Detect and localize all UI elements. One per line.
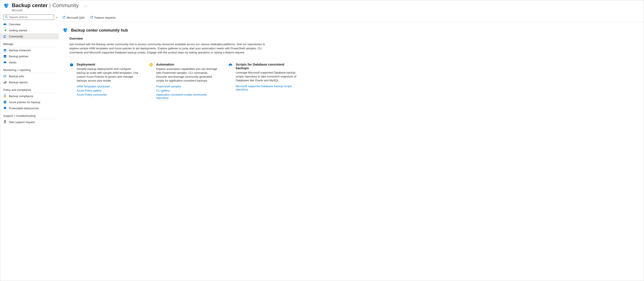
sidebar-item-protectable-datasources[interactable]: Protectable datasources [0, 105, 58, 111]
main-content: Microsoft Q&AFeature requests Backup cen… [58, 13, 644, 281]
svg-point-3 [5, 16, 7, 18]
shield-gear-icon [3, 100, 7, 104]
sidebar-item-label: Backup policies [9, 55, 28, 58]
svg-rect-14 [4, 56, 4, 57]
card-links: ARM Templates QuickstartAzure Policy gal… [77, 85, 138, 96]
sidebar-item-vaults[interactable]: Vaults [0, 59, 58, 65]
command-label: Microsoft Q&A [67, 16, 85, 19]
people-icon [3, 35, 7, 38]
sidebar-search-box[interactable] [3, 15, 54, 20]
rocket-icon [3, 29, 7, 32]
sidebar-item-backup-instances[interactable]: Backup instances [0, 47, 58, 53]
sidebar-item-label: Community [9, 35, 23, 38]
svg-point-32 [150, 64, 152, 65]
card-link[interactable]: Azure Policy community [77, 93, 138, 96]
svg-point-27 [4, 121, 6, 122]
card-description: Explore automation capabilities you can … [156, 67, 218, 83]
card-links: Powershell samplesCLI galleryApplication… [156, 85, 218, 100]
page-title-sub: Community [52, 3, 79, 9]
svg-point-30 [64, 30, 66, 32]
collapse-sidebar-button[interactable]: « [56, 16, 56, 19]
svg-point-7 [5, 35, 6, 36]
external-link-icon [62, 16, 66, 20]
svg-rect-13 [4, 55, 6, 56]
page-title-main: Backup center [12, 3, 48, 9]
svg-rect-16 [6, 56, 6, 57]
community-hub-icon [62, 27, 68, 34]
svg-point-37 [230, 65, 231, 66]
sidebar-item-backup-jobs[interactable]: Backup jobs [0, 73, 58, 79]
card-title: Deployment [77, 63, 138, 66]
search-input[interactable] [9, 16, 52, 19]
overview-heading: Overview [69, 37, 266, 40]
server-icon [3, 49, 7, 52]
cloud-sync-icon [3, 23, 7, 26]
page-title-separator: | [49, 3, 50, 9]
sidebar: « OverviewGetting startedCommunity Manag… [0, 13, 58, 281]
sidebar-item-label: Backup compliance [9, 95, 33, 98]
card-title: Automation [156, 63, 218, 66]
command-label: Feature requests [94, 16, 116, 19]
card-link[interactable]: CLI gallery [156, 89, 218, 92]
datasource-icon [3, 106, 7, 110]
sidebar-item-backup-policies[interactable]: Backup policies [0, 53, 58, 59]
svg-line-4 [7, 18, 8, 18]
sidebar-item-backup-reports[interactable]: Backup reports [0, 79, 58, 85]
sidebar-section-label: Policy and compliance [0, 85, 58, 92]
sidebar-item-label: Backup reports [9, 81, 28, 84]
sidebar-item-backup-compliance[interactable]: Backup compliance [0, 93, 58, 99]
sidebar-item-getting-started[interactable]: Getting started [0, 27, 58, 33]
card-link[interactable]: Microsoft supported Database backup scri… [236, 85, 298, 91]
command-bar: Microsoft Q&AFeature requests [58, 13, 644, 22]
sidebar-item-azure-policies-backup[interactable]: Azure policies for backup [0, 99, 58, 105]
svg-rect-21 [5, 82, 6, 84]
card-description: Simplify backup deployments and configur… [77, 67, 138, 83]
cube-icon [69, 63, 74, 68]
command-feature-requests[interactable]: Feature requests [90, 16, 116, 20]
sidebar-item-label: Backup jobs [9, 75, 24, 78]
svg-point-2 [5, 5, 8, 8]
card-automation: AutomationExplore automation capabilitie… [149, 63, 218, 100]
svg-rect-15 [5, 56, 5, 57]
list-check-icon [3, 74, 7, 78]
service-label: Microsoft [12, 9, 87, 12]
calendar-icon [3, 55, 7, 58]
card-link[interactable]: ARM Templates Quickstart [77, 85, 138, 88]
card-link[interactable]: Powershell samples [156, 85, 218, 88]
card-links: Microsoft supported Database backup scri… [236, 85, 298, 91]
card-link[interactable]: Azure Policy gallery [77, 89, 138, 92]
svg-point-24 [5, 96, 6, 98]
card-deployment: DeploymentSimplify backup deployments an… [69, 63, 138, 97]
svg-rect-36 [152, 65, 153, 65]
sidebar-item-label: Azure policies for backup [9, 101, 40, 104]
search-icon [5, 15, 8, 19]
bar-chart-icon [3, 81, 7, 84]
more-actions-button[interactable]: ··· [84, 4, 87, 8]
card-link[interactable]: Application consistent scripts community… [156, 93, 218, 100]
external-link-icon [90, 16, 93, 20]
svg-point-10 [4, 49, 4, 50]
svg-point-26 [4, 107, 6, 108]
hub-title: Backup center community hub [71, 28, 128, 33]
command-microsoft-qa[interactable]: Microsoft Q&A [62, 16, 85, 20]
card-description: Leverage Microsoft supported Database ba… [236, 71, 298, 83]
compliance-doc-icon [3, 94, 7, 98]
overview-text: Get involved with the Backup center comm… [69, 42, 266, 55]
cloud-vault-icon [3, 61, 7, 64]
sidebar-item-label: New support request [9, 121, 35, 124]
card-scripts-db: Scripts for Database consistent backupsL… [228, 63, 298, 91]
sidebar-item-community[interactable]: Community [0, 33, 58, 39]
sidebar-item-label: Protectable datasources [9, 107, 39, 110]
svg-rect-20 [4, 82, 4, 84]
svg-rect-35 [149, 65, 150, 65]
svg-point-6 [4, 35, 5, 36]
sidebar-item-new-support-request[interactable]: New support request [0, 119, 58, 125]
sidebar-item-label: Overview [9, 23, 20, 26]
sidebar-item-label: Getting started [9, 29, 27, 32]
svg-point-5 [5, 30, 6, 30]
gear-icon [149, 63, 153, 68]
svg-rect-33 [151, 63, 151, 64]
svg-rect-34 [151, 66, 151, 67]
sidebar-item-label: Vaults [9, 61, 16, 64]
sidebar-item-overview[interactable]: Overview [0, 21, 58, 27]
